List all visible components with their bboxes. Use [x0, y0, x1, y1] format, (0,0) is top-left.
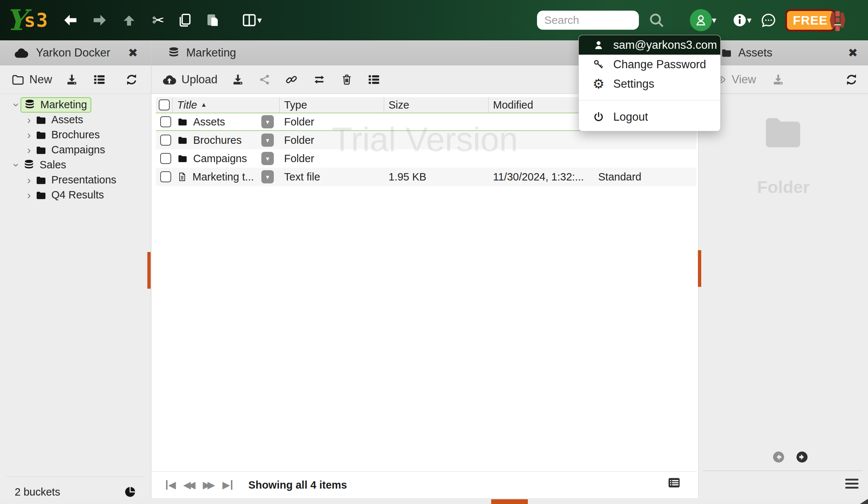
feedback-button[interactable]: [760, 12, 777, 29]
menu-item-label: Logout: [613, 110, 648, 124]
object-name[interactable]: Brochures: [193, 134, 242, 146]
copy-button[interactable]: [177, 12, 192, 28]
sidebar-download-button[interactable]: [65, 73, 78, 86]
row-checkbox[interactable]: [160, 153, 171, 164]
caret-down-icon: ▼: [265, 119, 271, 125]
right-splitter-handle[interactable]: [698, 250, 701, 287]
row-actions-button[interactable]: ▼: [261, 134, 274, 147]
upload-button[interactable]: Upload: [162, 73, 217, 86]
row-actions-button[interactable]: ▼: [261, 152, 274, 165]
table-row[interactable]: Brochures ▼ Folder: [156, 131, 696, 149]
usage-chart-button[interactable]: [124, 486, 136, 498]
first-page-button[interactable]: ◀: [166, 479, 176, 491]
s3-provider-button[interactable]: [827, 8, 848, 32]
forward-button[interactable]: [92, 12, 108, 28]
sidebar-close-button[interactable]: ✖: [126, 45, 151, 60]
gear-icon: ⚙: [591, 77, 606, 91]
folder-icon: [177, 153, 188, 164]
column-header-title[interactable]: Title▲: [173, 97, 280, 113]
user-menu-email-item[interactable]: sam@yarkons3.com: [579, 35, 720, 55]
chevron-collapsed-icon[interactable]: ›: [27, 144, 31, 156]
app-window: Ys3 ✂: [0, 0, 868, 504]
logo-s3: s3: [24, 9, 49, 31]
chat-icon: [760, 12, 777, 29]
link-icon: [285, 73, 298, 86]
tree-item-q4-results[interactable]: › Q4 Results: [0, 187, 151, 202]
delete-button[interactable]: [341, 73, 353, 86]
chevron-expanded-icon[interactable]: ›: [10, 103, 23, 107]
row-checkbox[interactable]: [160, 116, 171, 127]
settings-item[interactable]: ⚙ Settings: [579, 74, 720, 94]
info-menu-button[interactable]: ▾: [732, 13, 751, 28]
preview-menu-button[interactable]: [845, 476, 858, 491]
next-page-button[interactable]: ▶▶: [203, 479, 215, 491]
user-menu-button[interactable]: ▾: [690, 9, 716, 31]
logout-item[interactable]: Logout: [579, 107, 720, 127]
chevron-collapsed-icon[interactable]: ›: [27, 174, 31, 186]
last-page-button[interactable]: ▶: [222, 479, 232, 491]
object-name[interactable]: Campaigns: [193, 153, 247, 165]
object-name[interactable]: Assets: [193, 116, 225, 128]
layout-columns-button[interactable]: ▾: [241, 12, 262, 28]
sidebar-refresh-button[interactable]: [125, 73, 139, 87]
object-size: 1.95 KB: [384, 171, 489, 183]
details-view-button[interactable]: [665, 475, 684, 490]
column-header-modified[interactable]: Modified: [489, 97, 594, 113]
caret-down-icon: ▼: [265, 137, 271, 143]
logo-y: Y: [6, 6, 26, 34]
link-button[interactable]: [285, 73, 298, 86]
column-header-size[interactable]: Size: [384, 97, 489, 113]
object-type: Text file: [280, 171, 384, 183]
preview-refresh-button[interactable]: [845, 73, 858, 87]
search-button[interactable]: [648, 12, 665, 29]
chevron-collapsed-icon[interactable]: ›: [27, 189, 31, 201]
preview-download-button[interactable]: [772, 73, 785, 86]
user-menu: sam@yarkons3.com Change Password ⚙ Setti…: [578, 35, 721, 131]
back-button[interactable]: [62, 12, 78, 28]
previous-page-button[interactable]: ◀◀: [183, 479, 196, 491]
column-header-type[interactable]: Type: [280, 97, 384, 113]
next-object-button[interactable]: [795, 450, 809, 464]
refresh-icon: [125, 73, 139, 87]
chevron-expanded-icon[interactable]: ›: [10, 163, 23, 167]
tree-item-assets[interactable]: › Assets: [0, 112, 151, 127]
share-button[interactable]: [258, 73, 271, 86]
objects-download-button[interactable]: [231, 73, 244, 86]
row-actions-button[interactable]: ▼: [261, 115, 274, 128]
object-name[interactable]: Marketing t...: [192, 171, 254, 183]
chevron-collapsed-icon[interactable]: ›: [27, 129, 31, 141]
tree-item-label: Presentations: [51, 174, 116, 186]
up-button[interactable]: [121, 12, 137, 28]
left-splitter-handle[interactable]: [147, 252, 151, 289]
row-actions-button[interactable]: ▼: [261, 170, 274, 183]
sidebar-list-button[interactable]: [92, 73, 106, 87]
folder-icon: [35, 129, 47, 140]
tree-item-label: Campaigns: [51, 144, 105, 156]
cut-button[interactable]: ✂: [152, 13, 165, 28]
table-row[interactable]: Marketing t... ▼ Text file 1.95 KB 11/30…: [156, 168, 696, 186]
preview-close-button[interactable]: ✖: [846, 45, 868, 60]
paste-button[interactable]: [205, 12, 220, 28]
previous-object-button[interactable]: [772, 450, 785, 464]
circle-arrow-left-icon: [772, 450, 785, 464]
bottom-splitter-handle[interactable]: [491, 499, 528, 504]
new-bucket-button[interactable]: New: [11, 73, 52, 86]
view-list-button[interactable]: [367, 73, 381, 87]
sidebar-toolbar: New: [0, 65, 151, 94]
search-input[interactable]: [537, 11, 639, 30]
bucket-icon: [23, 99, 36, 111]
transfer-button[interactable]: [312, 73, 327, 86]
tree-item-marketing[interactable]: › Marketing: [0, 97, 151, 112]
chevron-collapsed-icon[interactable]: ›: [27, 114, 31, 126]
download-icon: [231, 73, 244, 86]
s3-bucket-icon: [827, 8, 848, 32]
table-row[interactable]: Campaigns ▼ Folder: [156, 149, 696, 168]
row-checkbox[interactable]: [160, 171, 171, 182]
change-password-item[interactable]: Change Password: [579, 55, 720, 74]
tree-item-brochures[interactable]: › Brochures: [0, 127, 151, 142]
tree-item-presentations[interactable]: › Presentations: [0, 172, 151, 187]
row-checkbox[interactable]: [160, 135, 171, 146]
select-all-checkbox[interactable]: [159, 99, 170, 110]
tree-item-sales[interactable]: › Sales: [0, 157, 151, 172]
tree-item-campaigns[interactable]: › Campaigns: [0, 142, 151, 157]
